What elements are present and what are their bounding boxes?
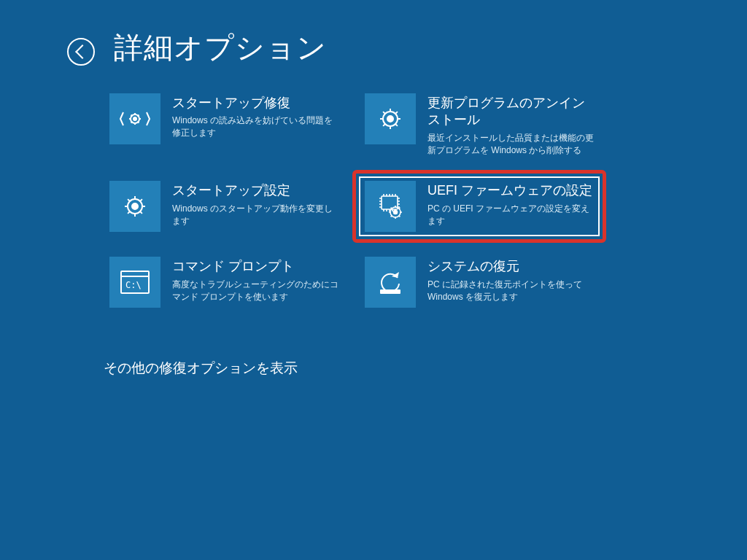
tile-text: システムの復元 PC に記録された復元ポイントを使って Windows を復元し… xyxy=(427,257,594,303)
tile-title: システムの復元 xyxy=(427,258,594,275)
svg-point-8 xyxy=(394,211,398,214)
tile-desc: PC に記録された復元ポイントを使って Windows を復元します xyxy=(427,279,594,303)
page-title: 詳細オプション xyxy=(114,28,327,68)
tile-desc: 最近インストールした品質または機能の更新プログラムを Windows から削除す… xyxy=(427,132,594,157)
tile-startup-settings[interactable]: スタートアップ設定 Windows のスタートアップ動作を変更します xyxy=(104,176,344,236)
tile-desc: Windows のスタートアップ動作を変更します xyxy=(172,203,338,228)
svg-point-13 xyxy=(382,291,384,292)
tile-text: スタートアップ設定 Windows のスタートアップ動作を変更します xyxy=(172,181,338,227)
tile-title: UEFI ファームウェアの設定 xyxy=(427,182,594,199)
svg-point-1 xyxy=(133,117,136,120)
tile-uninstall-updates[interactable]: 更新プログラムのアンインストール 最近インストールした品質または機能の更新プログ… xyxy=(359,89,600,160)
command-prompt-icon: C:\ xyxy=(109,257,160,308)
svg-text:C:\: C:\ xyxy=(125,280,142,290)
tile-title: 更新プログラムのアンインストール xyxy=(427,95,594,129)
startup-repair-icon xyxy=(109,93,160,144)
tile-text: UEFI ファームウェアの設定 PC の UEFI ファームウェアの設定を変えま… xyxy=(427,181,594,227)
tile-text: 更新プログラムのアンインストール 最近インストールした品質または機能の更新プログ… xyxy=(427,93,594,156)
tile-desc: PC の UEFI ファームウェアの設定を変えます xyxy=(427,203,594,228)
tile-text: コマンド プロンプト 高度なトラブルシューティングのためにコマンド プロンプトを… xyxy=(172,257,338,303)
options-grid: スタートアップ修復 Windows の読み込みを妨げている問題を修正します 更新… xyxy=(104,89,600,312)
tile-command-prompt[interactable]: C:\ コマンド プロンプト 高度なトラブルシューティングのためにコマンド プロ… xyxy=(104,252,344,312)
more-repair-options-link[interactable]: その他の修復オプションを表示 xyxy=(104,359,298,378)
uefi-highlight: UEFI ファームウェアの設定 PC の UEFI ファームウェアの設定を変えま… xyxy=(352,170,606,243)
tile-uefi-firmware[interactable]: UEFI ファームウェアの設定 PC の UEFI ファームウェアの設定を変えま… xyxy=(359,176,600,236)
chip-gear-icon xyxy=(365,181,416,232)
tile-startup-repair[interactable]: スタートアップ修復 Windows の読み込みを妨げている問題を修正します xyxy=(104,89,344,149)
gear-icon xyxy=(365,93,416,144)
header: 詳細オプション xyxy=(67,28,327,68)
tile-desc: 高度なトラブルシューティングのためにコマンド プロンプトを使います xyxy=(172,279,338,303)
tile-title: スタートアップ設定 xyxy=(172,182,338,199)
system-restore-icon xyxy=(365,257,416,308)
tile-system-restore[interactable]: システムの復元 PC に記録された復元ポイントを使って Windows を復元し… xyxy=(359,252,600,312)
svg-point-5 xyxy=(132,203,138,209)
back-arrow-icon xyxy=(75,44,90,59)
tile-desc: Windows の読み込みを妨げている問題を修正します xyxy=(172,114,338,139)
gear-icon xyxy=(109,181,160,232)
tile-title: スタートアップ修復 xyxy=(172,95,338,112)
back-button[interactable] xyxy=(67,38,95,66)
tile-text: スタートアップ修復 Windows の読み込みを妨げている問題を修正します xyxy=(172,93,338,139)
tile-title: コマンド プロンプト xyxy=(172,258,338,275)
svg-point-3 xyxy=(387,116,393,122)
